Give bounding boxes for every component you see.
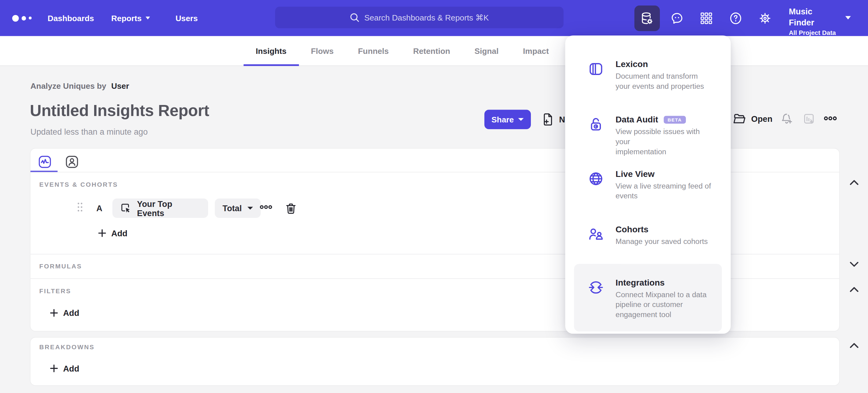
- collapse-filters-button[interactable]: [849, 286, 859, 293]
- cohorts-people-icon: [588, 227, 603, 242]
- tab-signal[interactable]: Signal: [462, 36, 511, 65]
- search-icon: [350, 13, 360, 22]
- chevron-down-icon: [146, 17, 150, 19]
- chevron-down-icon[interactable]: [845, 16, 851, 20]
- data-management-dropdown: Lexicon Document and transformyour event…: [565, 35, 731, 334]
- analysis-entity-selector[interactable]: User: [111, 81, 129, 90]
- trash-icon: [285, 202, 297, 215]
- profiles-view-tab[interactable]: [65, 155, 79, 169]
- event-row-more-button[interactable]: [259, 204, 272, 209]
- add-event-button[interactable]: Add: [98, 228, 127, 238]
- updated-timestamp: Updated less than a minute ago: [31, 127, 148, 137]
- collapse-events-button[interactable]: [849, 179, 859, 186]
- more-dots-icon: [259, 204, 272, 209]
- chevron-up-icon: [849, 179, 859, 186]
- help-icon: [729, 11, 742, 25]
- menu-item-data-audit[interactable]: Data AuditBETA View possible issues with…: [574, 107, 722, 164]
- breadcrumb: Analyze Uniques by User: [31, 81, 129, 90]
- settings-button[interactable]: [758, 11, 771, 25]
- database-gear-icon: [640, 11, 654, 25]
- plus-icon: [50, 364, 58, 372]
- tab-retention[interactable]: Retention: [401, 36, 462, 65]
- folder-open-icon: [733, 113, 746, 125]
- help-button[interactable]: [729, 11, 742, 25]
- metrics-view-tab[interactable]: [38, 155, 52, 169]
- board-chart-plus-icon: [803, 113, 815, 125]
- chevron-down-icon: [518, 118, 524, 121]
- lexicon-book-icon: [588, 61, 603, 77]
- menu-item-lexicon[interactable]: Lexicon Document and transformyour event…: [574, 52, 722, 98]
- open-report-button[interactable]: Open: [733, 113, 772, 125]
- chat-bubble-icon: [670, 11, 683, 25]
- drag-dots-icon: [77, 202, 83, 212]
- aggregation-selector[interactable]: Total: [215, 198, 261, 218]
- add-breakdown-button[interactable]: Add: [50, 364, 79, 373]
- breakdowns-section-header: BREAKDOWNS: [39, 344, 95, 350]
- plus-icon: [98, 229, 106, 237]
- event-selector[interactable]: Your Top Events: [113, 198, 208, 218]
- delete-event-button[interactable]: [285, 202, 297, 215]
- menu-item-integrations[interactable]: Integrations Connect Mixpanel to a datap…: [574, 264, 722, 332]
- menu-item-live-view[interactable]: Live View View a live streaming feed ofe…: [574, 162, 722, 208]
- gear-icon: [758, 11, 771, 25]
- page-title[interactable]: Untitled Insights Report: [30, 101, 209, 120]
- tab-impact[interactable]: Impact: [511, 36, 561, 65]
- add-filter-button[interactable]: Add: [50, 308, 79, 318]
- data-management-button[interactable]: [634, 5, 660, 31]
- search-placeholder: Search Dashboards & Reports ⌘K: [364, 13, 489, 22]
- add-to-board-button[interactable]: [803, 113, 815, 125]
- pulse-chart-icon: [38, 155, 52, 169]
- lock-audit-icon: [588, 117, 603, 132]
- more-dots-icon: [824, 116, 837, 121]
- person-card-icon: [65, 155, 79, 169]
- formulas-section-header: FORMULAS: [39, 263, 82, 270]
- chevron-down-icon: [849, 261, 859, 268]
- search-input[interactable]: Search Dashboards & Reports ⌘K: [275, 7, 564, 28]
- integrations-sync-icon: [588, 280, 603, 295]
- tab-funnels[interactable]: Funnels: [346, 36, 401, 65]
- share-button[interactable]: Share: [485, 110, 531, 129]
- tab-flows[interactable]: Flows: [299, 36, 346, 65]
- filters-section-header: FILTERS: [39, 288, 71, 294]
- breakdowns-card: BREAKDOWNS Add: [31, 338, 839, 385]
- grid-icon: [700, 11, 713, 25]
- chevron-down-icon: [247, 207, 253, 210]
- file-plus-icon: [541, 113, 554, 127]
- report-tabbar: Insights Flows Funnels Retention Signal …: [0, 36, 868, 66]
- expand-formulas-button[interactable]: [849, 261, 859, 268]
- series-label: A: [96, 203, 102, 213]
- nav-item-reports[interactable]: Reports: [111, 0, 150, 36]
- report-more-menu-button[interactable]: [824, 116, 837, 121]
- app-window: Dashboards Reports Users Search Dashboar…: [0, 0, 868, 393]
- alert-bell-plus-button[interactable]: [781, 113, 794, 125]
- project-name: Music Finder: [789, 6, 839, 28]
- globe-icon: [588, 171, 603, 187]
- apps-grid-button[interactable]: [700, 11, 713, 25]
- menu-item-cohorts[interactable]: Cohorts Manage your saved cohorts: [574, 217, 722, 253]
- analysis-type-label: Analyze Uniques by: [31, 81, 106, 90]
- drag-handle[interactable]: [77, 202, 83, 212]
- nav-item-users[interactable]: Users: [176, 0, 198, 36]
- feedback-button[interactable]: [670, 11, 683, 25]
- mixpanel-logo-icon[interactable]: [12, 0, 31, 36]
- chevron-up-icon: [849, 342, 859, 349]
- tab-insights[interactable]: Insights: [244, 36, 299, 65]
- chevron-up-icon: [849, 286, 859, 293]
- nav-item-dashboards[interactable]: Dashboards: [48, 0, 94, 36]
- plus-icon: [50, 309, 58, 317]
- project-scope: All Project Data: [789, 28, 839, 37]
- project-switcher[interactable]: Music Finder All Project Data: [789, 6, 839, 37]
- collapse-breakdowns-button[interactable]: [849, 342, 859, 349]
- event-icon: [120, 202, 131, 214]
- top-nav: Dashboards Reports Users Search Dashboar…: [0, 0, 868, 36]
- bell-plus-icon: [781, 113, 794, 125]
- events-section-header: EVENTS & COHORTS: [39, 181, 118, 188]
- beta-badge: BETA: [664, 116, 686, 124]
